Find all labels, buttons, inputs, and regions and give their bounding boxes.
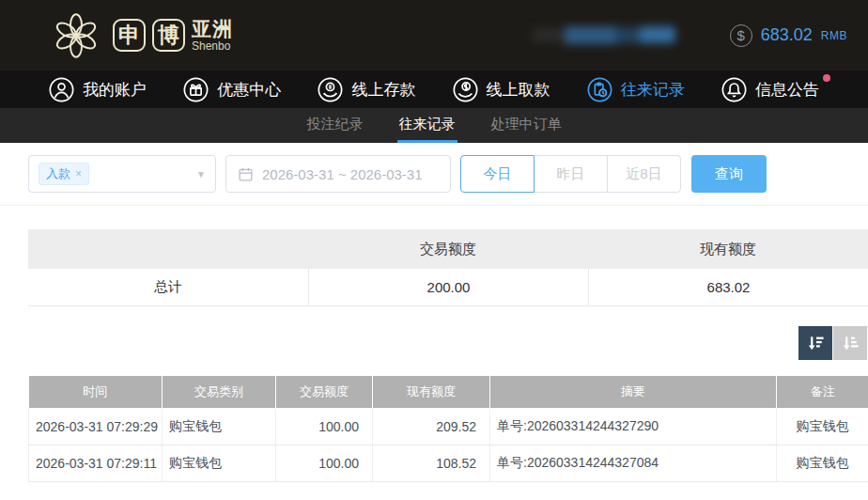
logo-region-cn: 亚洲	[192, 19, 233, 39]
cell-memo: 单号:202603314244327290	[490, 408, 777, 445]
withdraw-icon	[453, 77, 478, 102]
logo-region: 亚洲 Shenbo	[192, 19, 233, 52]
sort-descending-icon	[806, 334, 826, 353]
notification-dot	[823, 74, 830, 82]
cell-time: 2026-03-31 07:29:29	[29, 408, 163, 445]
today-button[interactable]: 今日	[460, 155, 535, 193]
cell-transaction-type: 购宝钱包	[163, 408, 276, 445]
tab-label: 投注纪录	[307, 116, 364, 133]
nav-label: 往来记录	[621, 79, 685, 101]
balance-display: $ 683.02 RMB	[730, 24, 847, 47]
tab-transaction-records[interactable]: 往来记录	[397, 108, 457, 143]
summary-trade-amount-value: 200.00	[308, 269, 588, 305]
summary-header-current-amount: 现有额度	[588, 241, 868, 258]
sort-ascending-icon	[841, 334, 860, 353]
header-trade-amount: 交易额度	[276, 376, 373, 408]
summary-header-row: 交易额度 现有额度	[28, 229, 868, 269]
header-transaction-type: 交易类别	[163, 376, 276, 408]
balance-amount: 683.02	[761, 25, 813, 45]
main-nav: 我的账户 优惠中心 线上存款 线上取款 往来记录	[0, 70, 868, 108]
summary-total-label: 总计	[28, 278, 308, 296]
header-time: 时间	[29, 376, 163, 408]
nav-item-deposit[interactable]: 线上存款	[318, 77, 415, 102]
nav-label: 信息公告	[755, 79, 819, 101]
calendar-icon	[238, 166, 254, 182]
quick-date-group: 今日 昨日 近8日	[460, 155, 681, 193]
gift-icon	[183, 77, 209, 102]
nav-label: 线上存款	[351, 79, 415, 101]
transaction-type-select[interactable]: 入款 × ▼	[28, 155, 216, 193]
search-button[interactable]: 查询	[691, 155, 767, 193]
section-divider	[0, 205, 868, 206]
nav-item-announcements[interactable]: 信息公告	[721, 77, 819, 102]
date-range-input[interactable]: 2026-03-31 ~ 2026-03-31	[225, 155, 451, 193]
tab-label: 往来记录	[399, 116, 456, 133]
tag-remove-icon[interactable]: ×	[75, 167, 82, 180]
date-range-value: 2026-03-31 ~ 2026-03-31	[262, 166, 423, 182]
cell-memo: 单号:202603314244327084	[490, 445, 777, 481]
header-memo: 摘要	[490, 376, 777, 408]
balance-currency: RMB	[821, 29, 847, 42]
table-header-row: 时间 交易类别 交易额度 现有额度 摘要 备注	[29, 376, 868, 408]
site-logo[interactable]: 申 博 亚洲 Shenbo	[52, 11, 233, 60]
sort-toolbar	[0, 326, 867, 360]
logo-char-1: 申	[113, 19, 146, 52]
table-row: 2026-03-31 07:29:29 购宝钱包 100.00 209.52 单…	[29, 408, 868, 445]
deposit-icon	[318, 77, 343, 102]
tab-pending-orders[interactable]: 处理中订单	[489, 108, 564, 143]
cell-transaction-type: 购宝钱包	[163, 445, 276, 481]
cell-trade-amount: 100.00	[276, 445, 373, 481]
tab-label: 处理中订单	[491, 116, 562, 133]
type-tag: 入款 ×	[39, 163, 89, 185]
nav-item-records[interactable]: 往来记录	[587, 77, 685, 102]
summary-header-trade-amount: 交易额度	[308, 241, 588, 258]
summary-current-amount-value: 683.02	[588, 269, 868, 305]
flower-logo-icon	[52, 11, 101, 60]
nav-item-withdraw[interactable]: 线上取款	[453, 77, 550, 102]
last-8-days-button[interactable]: 近8日	[607, 155, 681, 193]
user-icon	[49, 77, 74, 102]
yesterday-button[interactable]: 昨日	[534, 155, 608, 193]
nav-label: 线上取款	[487, 79, 550, 101]
cell-trade-amount: 100.00	[276, 408, 373, 445]
nav-label: 优惠中心	[217, 79, 281, 101]
cell-note: 购宝钱包	[777, 408, 868, 445]
sort-ascending-button[interactable]	[833, 326, 867, 360]
nav-item-promotions[interactable]: 优惠中心	[183, 77, 281, 102]
transactions-table: 时间 交易类别 交易额度 现有额度 摘要 备注 2026-03-31 07:29…	[28, 376, 868, 482]
header-current-amount: 现有额度	[373, 376, 490, 408]
cell-note: 购宝钱包	[777, 445, 868, 481]
chevron-down-icon: ▼	[196, 169, 206, 180]
type-tag-label: 入款	[46, 165, 70, 182]
sub-nav: 投注纪录 往来记录 处理中订单	[0, 108, 868, 143]
nav-label: 我的账户	[83, 79, 147, 101]
top-bar: 申 博 亚洲 Shenbo $ 683.02 RMB	[0, 0, 868, 70]
summary-table: 交易额度 现有额度 总计 200.00 683.02	[28, 229, 868, 306]
table-row: 2026-03-31 07:29:11 购宝钱包 100.00 108.52 单…	[29, 445, 868, 481]
username-redacted	[533, 24, 675, 47]
summary-total-row: 总计 200.00 683.02	[28, 269, 868, 306]
bell-icon	[721, 77, 747, 102]
records-icon	[587, 77, 612, 102]
dollar-coin-icon: $	[730, 24, 752, 47]
filter-bar: 入款 × ▼ 2026-03-31 ~ 2026-03-31 今日 昨日 近8日…	[28, 155, 840, 193]
cell-time: 2026-03-31 07:29:11	[29, 445, 163, 481]
cell-current-amount: 209.52	[373, 408, 490, 445]
logo-region-en: Shenbo	[192, 40, 233, 52]
header-note: 备注	[777, 376, 868, 408]
sort-descending-button[interactable]	[798, 326, 832, 360]
nav-item-my-account[interactable]: 我的账户	[49, 77, 147, 102]
cell-current-amount: 108.52	[373, 445, 490, 481]
logo-char-2: 博	[152, 19, 185, 52]
tab-betting-records[interactable]: 投注纪录	[305, 108, 365, 143]
